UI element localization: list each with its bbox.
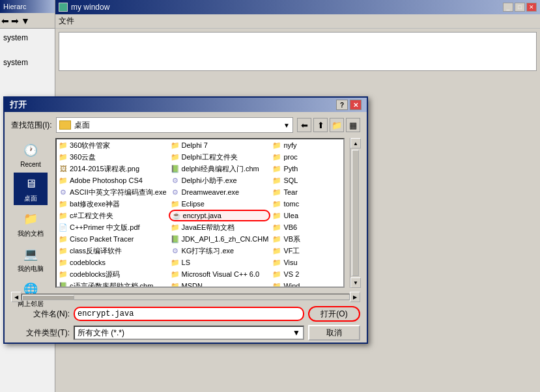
file-item[interactable]: 📁codeblocks源码 (57, 268, 169, 280)
nav-back-icon[interactable]: ⬅ (297, 118, 311, 132)
file-item[interactable]: 📁Visu (270, 257, 343, 268)
folder-icon: 📁 (59, 246, 68, 255)
folder-icon: 📁 (59, 258, 68, 267)
folder-icon: 📁 (171, 223, 180, 232)
dialog-content: 查找范围(I): 桌面 ▼ ⬅ ⬆ 📁 ▦ 🕐 (5, 112, 367, 349)
file-item[interactable]: 📁Eclipse (169, 198, 271, 210)
folder-icon: 📁 (272, 281, 281, 288)
file-item[interactable]: 🖼2014-2015课程表.png (57, 163, 169, 175)
file-item[interactable]: 📄C++Primer 中文版.pdf (57, 221, 169, 233)
file-item[interactable]: 📁Wind (270, 280, 343, 288)
file-item[interactable]: 📁codeblocks (57, 257, 169, 268)
file-item[interactable]: 📁Microsoft Visual C++ 6.0 (169, 268, 271, 280)
dialog-title: 打开 (10, 99, 27, 111)
nav-item-desktop[interactable]: 🖥 桌面 (14, 173, 48, 205)
filetype-select[interactable]: 所有文件 (*.*) ▼ (74, 326, 304, 340)
folder-icon: 📁 (59, 234, 68, 244)
my-window-titlebar: my window _ □ ✕ (55, 0, 540, 14)
nav-item-computer[interactable]: 💻 我的电脑 (14, 243, 48, 275)
view-icon[interactable]: ▦ (346, 118, 360, 132)
file-item[interactable]: 📁bat修改exe神器 (57, 198, 169, 210)
file-item[interactable]: 📁Ulea (270, 210, 343, 221)
menu-item-file[interactable]: 文件 (59, 16, 74, 25)
folder-icon: 📁 (171, 199, 180, 208)
lookin-label: 查找范围(I): (11, 120, 52, 131)
scrollbar-vertical[interactable]: ▲ ▼ (350, 138, 360, 288)
file-item-cisco[interactable]: 📁Cisco Packet Tracer (57, 233, 169, 245)
file-item[interactable]: 📁VF工 (270, 245, 343, 257)
file-item[interactable]: 📁LS (169, 257, 271, 268)
nav-up-icon[interactable]: ⬆ (313, 118, 328, 132)
java-icon: ☕ (172, 211, 181, 220)
file-item[interactable]: 📁Adobe Photoshop CS4 (57, 175, 169, 186)
file-item[interactable]: ⚙Delphi小助手.exe (169, 175, 271, 186)
nav-label-desktop: 桌面 (24, 194, 37, 203)
filetype-label: 文件类型(T): (11, 328, 70, 339)
hierarc-toolbar: ⬅ ➡ ▼ (0, 13, 55, 29)
scroll-left[interactable]: ◀ (11, 292, 21, 302)
folder-icon: 📁 (272, 234, 281, 244)
nav-label-network: 网上邻居 (18, 300, 44, 309)
scroll-thumb[interactable] (352, 150, 359, 276)
file-item[interactable]: ⚙Dreamweaver.exe (169, 186, 271, 198)
file-item[interactable]: 📁MSDN (169, 280, 271, 288)
close-btn[interactable]: ✕ (526, 3, 537, 12)
file-item[interactable]: ⚙KG打字练习.exe (169, 245, 271, 257)
desktop-icon: 🖥 (21, 175, 40, 193)
dialog-help-btn[interactable]: ? (336, 100, 348, 110)
file-item[interactable]: 📗c语言函数库帮助文档.chm (57, 280, 169, 288)
file-item[interactable]: ⚙ASCII中英文字符编码查询.exe (57, 186, 169, 198)
nav-label-computer: 我的电脑 (18, 264, 44, 273)
lookin-dropdown[interactable]: 桌面 ▼ (56, 117, 293, 133)
file-item[interactable]: 📁Delphi工程文件夹 (169, 151, 271, 163)
lookin-row: 查找范围(I): 桌面 ▼ ⬅ ⬆ 📁 ▦ (11, 117, 360, 133)
file-item[interactable]: 📁c#工程文件夹 (57, 210, 169, 221)
lookin-value: 桌面 (74, 120, 90, 131)
folder-icon: 📁 (272, 211, 281, 220)
file-item[interactable]: 📁Pyth (270, 163, 343, 175)
chm-icon: 📗 (171, 164, 180, 173)
file-item-encrypt[interactable]: ☕encrypt.java (169, 210, 271, 221)
file-item[interactable]: 📁SQL (270, 175, 343, 186)
file-col-1: 📁360软件管家 📁360云盘 🖼2014-2015课程表.png 📁Adobe… (57, 139, 169, 288)
file-list: 📁360软件管家 📁360云盘 🖼2014-2015课程表.png 📁Adobe… (55, 138, 345, 288)
file-item[interactable]: 📁JavaEE帮助文档 (169, 221, 271, 233)
horizontal-scrollbar[interactable] (21, 294, 350, 300)
file-item[interactable]: 📁Delphi 7 (169, 139, 271, 151)
filetype-value: 所有文件 (*.*) (78, 328, 124, 339)
file-item[interactable]: 📁VB系 (270, 233, 343, 245)
open-btn[interactable]: 打开(O) (308, 306, 360, 322)
file-item[interactable]: 📁tomc (270, 198, 343, 210)
file-item[interactable]: 📁Tear (270, 186, 343, 198)
nav-item-documents[interactable]: 📁 我的文档 (14, 208, 48, 240)
folder-icon: 📁 (59, 270, 68, 279)
file-item[interactable]: 📗JDK_API_1.6_zh_CN.CHM (169, 233, 271, 245)
h-scroll-thumb[interactable] (22, 295, 74, 300)
maximize-btn[interactable]: □ (515, 3, 525, 12)
dialog-close-btn[interactable]: ✕ (350, 100, 362, 110)
folder-icon: 📁 (272, 188, 281, 197)
nav-item-recent[interactable]: 🕐 Recent (14, 139, 48, 170)
file-columns: 📁360软件管家 📁360云盘 🖼2014-2015课程表.png 📁Adobe… (57, 139, 343, 288)
menubar: 文件 (55, 14, 540, 29)
scroll-right[interactable]: ▶ (350, 292, 360, 302)
hierarc-title: Hierarc (0, 0, 55, 13)
file-item[interactable]: 📗delphi经典编程入门.chm (169, 163, 271, 175)
cancel-btn[interactable]: 取消 (308, 325, 360, 341)
new-folder-icon[interactable]: 📁 (330, 118, 344, 132)
file-item[interactable]: 📁360云盘 (57, 151, 169, 163)
folder-icon: 📁 (59, 141, 68, 150)
filename-input[interactable] (74, 307, 304, 321)
file-col-2: 📁Delphi 7 📁Delphi工程文件夹 📗delphi经典编程入门.chm… (169, 139, 271, 288)
file-item[interactable]: 📁class反编译软件 (57, 245, 169, 257)
file-item[interactable]: 📁VB6 (270, 221, 343, 233)
file-item[interactable]: 📁360软件管家 (57, 139, 169, 151)
scroll-down[interactable]: ▼ (350, 277, 361, 288)
folder-icon: 📁 (272, 246, 281, 255)
minimize-btn[interactable]: _ (503, 3, 513, 12)
file-item[interactable]: 📁nyfy (270, 139, 343, 151)
filetype-row: 文件类型(T): 所有文件 (*.*) ▼ 取消 (11, 325, 360, 341)
file-item[interactable]: 📁VS 2 (270, 268, 343, 280)
scroll-up[interactable]: ▲ (350, 138, 361, 148)
file-item[interactable]: 📁proc (270, 151, 343, 163)
